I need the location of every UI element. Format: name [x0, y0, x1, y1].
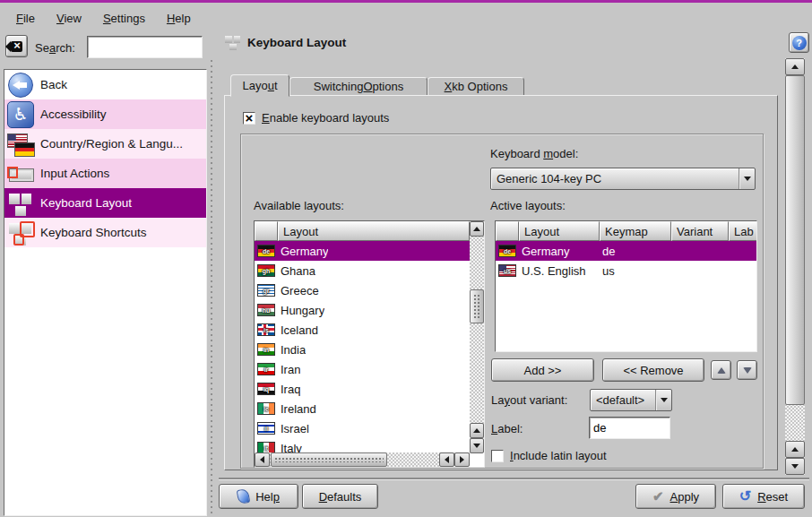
remove-button[interactable]: << Remove: [602, 358, 704, 382]
scroll-up-button[interactable]: [470, 221, 484, 237]
tab-xkb-options[interactable]: Xkb Options: [428, 77, 524, 96]
menu-settings[interactable]: Settings: [94, 8, 154, 29]
list-item-iran[interactable]: ir Iran: [255, 359, 470, 379]
question-mark-icon: ?: [792, 36, 807, 50]
layout-variant-label: Layout variant:: [491, 393, 567, 407]
list-item-greece[interactable]: gr Greece: [255, 280, 470, 300]
chevron-down-icon[interactable]: [739, 168, 755, 189]
menubar: File View Settings Help: [0, 5, 812, 30]
column-header-flag[interactable]: [496, 221, 519, 241]
apply-button[interactable]: ✔ Apply: [635, 484, 716, 509]
scroll-down-button[interactable]: [470, 438, 484, 453]
keyboard-model-label: Keyboard model:: [490, 147, 578, 160]
flag-icon: us: [498, 264, 516, 277]
main-scroll-up-button[interactable]: [785, 58, 805, 75]
list-item-iraq[interactable]: iq Iraq: [255, 379, 470, 399]
search-input[interactable]: [87, 36, 203, 58]
accessibility-icon: [7, 101, 34, 128]
scroll-left-button-2[interactable]: [439, 452, 454, 467]
list-vscrollbar[interactable]: [470, 221, 484, 453]
table-row-germany[interactable]: de Germany de: [496, 241, 756, 261]
column-header-label[interactable]: Lab: [729, 221, 757, 241]
list-item-hungary[interactable]: hu Hungary: [255, 300, 470, 320]
country-flags-icon: [7, 131, 34, 158]
footer-separator: [219, 478, 809, 479]
menu-help[interactable]: Help: [158, 8, 200, 29]
tab-layout[interactable]: Layout: [230, 74, 289, 97]
sidebar-item-keyboard-shortcuts[interactable]: Keyboard Shortcuts: [4, 218, 206, 247]
reset-button[interactable]: ↺ Reset: [722, 484, 805, 509]
column-header-variant[interactable]: Variant: [671, 221, 729, 241]
list-item-iceland[interactable]: is Iceland: [255, 320, 470, 340]
flag-icon: in: [257, 343, 275, 356]
column-header-layout[interactable]: Layout: [278, 221, 470, 241]
arrow-left-icon: [260, 456, 264, 463]
main-vscrollbar-thumb[interactable]: [785, 75, 805, 405]
arrow-down-icon: [791, 464, 799, 469]
context-help-button[interactable]: ?: [789, 32, 809, 53]
grip-dots-icon: [473, 294, 480, 319]
add-button[interactable]: Add >>: [491, 358, 594, 382]
flag-icon: hu: [257, 304, 275, 316]
list-vscrollbar-thumb[interactable]: [470, 289, 484, 323]
splitter-handle[interactable]: [209, 58, 214, 516]
list-item-germany[interactable]: de Germany: [255, 241, 470, 261]
column-header-flag[interactable]: [255, 221, 278, 241]
scroll-right-button[interactable]: [454, 452, 470, 467]
back-arrow-icon: [8, 73, 33, 98]
list-item-india[interactable]: in India: [255, 340, 470, 359]
flag-icon: ir: [257, 363, 275, 375]
table-row-us-english[interactable]: us U.S. English us: [496, 261, 756, 280]
undo-arrow-icon: ↺: [739, 491, 751, 502]
checkbox-unchecked-icon[interactable]: [491, 450, 504, 462]
column-header-layout[interactable]: Layout: [519, 221, 600, 241]
clear-search-button[interactable]: [5, 35, 28, 57]
flag-icon: gr: [257, 284, 275, 297]
available-layouts-label: Available layouts:: [254, 199, 344, 212]
tab-switching-options[interactable]: Switching Options: [289, 77, 428, 96]
move-down-icon: [743, 367, 752, 374]
arrow-up-icon: [473, 428, 480, 433]
sidebar-item-back[interactable]: Back: [4, 70, 206, 99]
module-list: Back Accessibility Country/Region & Lang…: [4, 69, 207, 516]
menu-file[interactable]: File: [7, 8, 44, 29]
list-item-ghana[interactable]: gh Ghana: [255, 261, 470, 280]
main-scroll-down-button[interactable]: [785, 458, 805, 475]
keyboard-layout-icon: [7, 190, 34, 217]
main-scroll-up-button-2[interactable]: [785, 441, 805, 458]
checkbox-checked-icon[interactable]: [243, 112, 255, 125]
defaults-button[interactable]: Defaults: [302, 484, 378, 509]
menu-view[interactable]: View: [48, 8, 91, 29]
scroll-left-button[interactable]: [255, 452, 270, 467]
list-item-ireland[interactable]: ie Ireland: [255, 399, 470, 418]
column-header-keymap[interactable]: Keymap: [600, 221, 671, 241]
sidebar-item-country-region[interactable]: Country/Region & Langu...: [4, 129, 206, 159]
flag-icon: gh: [257, 264, 275, 277]
list-hscrollbar-thumb[interactable]: [271, 452, 387, 467]
flag-icon: iq: [257, 383, 275, 395]
flag-icon: is: [257, 323, 275, 336]
keyboard-model-combobox[interactable]: Generic 104-key PC: [490, 168, 756, 190]
label-input[interactable]: [589, 417, 670, 439]
move-up-icon: [717, 367, 726, 374]
flag-icon: ie: [257, 402, 275, 415]
search-label: Search:: [35, 41, 75, 55]
available-list-header: Layout: [255, 221, 484, 241]
available-layouts-list: Layout de Germany gh Ghana gr Greece hu …: [254, 220, 485, 468]
help-icon: [237, 488, 251, 504]
include-latin-layout-checkbox[interactable]: Include latin layout: [491, 449, 607, 462]
help-button[interactable]: Help: [219, 484, 298, 509]
flag-icon: de: [498, 245, 516, 257]
scroll-up-button-2[interactable]: [470, 423, 484, 438]
page-title: Keyboard Layout: [247, 36, 346, 49]
list-item-israel[interactable]: il Israel: [255, 418, 470, 438]
sidebar-item-keyboard-layout[interactable]: Keyboard Layout: [4, 188, 206, 218]
keyboard-layout-window: File View Settings Help Search: Back Acc…: [0, 0, 812, 517]
move-up-button[interactable]: [711, 360, 731, 380]
chevron-down-icon[interactable]: [655, 390, 671, 410]
layout-variant-combobox[interactable]: <default>: [590, 389, 672, 411]
move-down-button[interactable]: [737, 360, 757, 380]
enable-keyboard-layouts-checkbox[interactable]: Enable keyboard layouts: [243, 111, 389, 125]
sidebar-item-accessibility[interactable]: Accessibility: [4, 99, 206, 129]
sidebar-item-input-actions[interactable]: Input Actions: [4, 159, 206, 188]
